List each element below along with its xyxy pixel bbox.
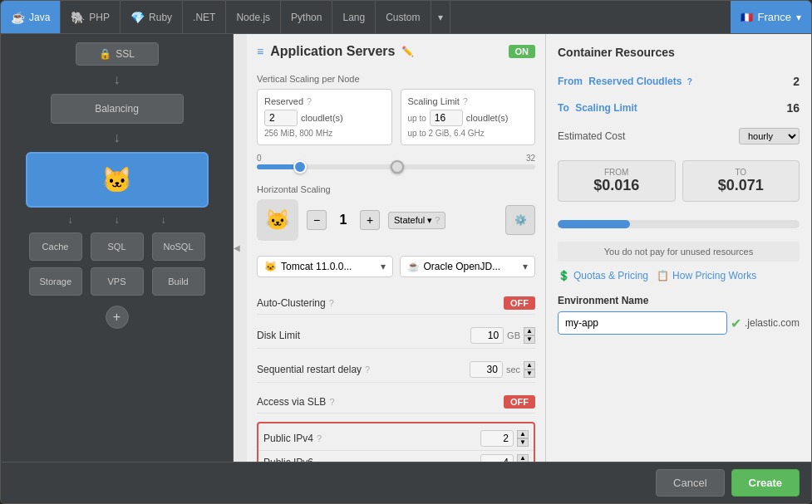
disk-down[interactable]: ▼ <box>524 335 535 344</box>
public-ipv4-label: Public IPv4 ? <box>263 433 322 444</box>
add-button[interactable]: + <box>106 306 129 329</box>
main-window: ☕ Java 🐘 PHP 💎 Ruby .NET Node.js Python … <box>0 0 812 504</box>
disk-input[interactable] <box>470 327 504 344</box>
seq-restart-spinner[interactable]: ▲ ▼ <box>524 361 535 378</box>
cost-period-select[interactable]: hourlymonthly <box>739 128 800 144</box>
slider-handle-limit[interactable] <box>391 160 404 174</box>
container-resources-title: Container Resources <box>558 46 800 59</box>
balancing-button[interactable]: Balancing <box>51 94 184 124</box>
tomcat-dropdown[interactable]: 🐱 Tomcat 11.0.0... ▾ <box>257 256 393 277</box>
tab-ruby[interactable]: 💎 Ruby <box>121 1 183 33</box>
from-price-label: FROM <box>565 168 668 177</box>
h-scale-minus[interactable]: − <box>307 210 327 230</box>
public-ipv4-input[interactable] <box>480 430 514 447</box>
domain-suffix: .jelastic.com <box>745 317 800 329</box>
scaling-limit-help-icon[interactable]: ? <box>463 96 468 106</box>
tab-php[interactable]: 🐘 PHP <box>61 1 121 33</box>
public-ipv4-help[interactable]: ? <box>317 433 322 443</box>
stateful-select[interactable]: Stateful ▾ ? <box>388 212 445 229</box>
edit-icon[interactable]: ✏️ <box>401 46 414 57</box>
seq-restart-unit: sec <box>506 365 520 374</box>
slider-max: 32 <box>526 154 535 163</box>
how-pricing-link[interactable]: 📋 How Pricing Works <box>657 270 756 281</box>
ipv4-spinner[interactable]: ▲ ▼ <box>517 430 529 447</box>
scaling-slider[interactable]: 0 32 <box>257 154 535 169</box>
right-panel: Container Resources From Reserved Cloudl… <box>545 34 811 462</box>
reserved-help-icon[interactable]: ? <box>307 96 312 106</box>
access-slb-label: Access via SLB ? <box>257 396 335 408</box>
stateful-help-icon[interactable]: ? <box>435 215 440 225</box>
env-name-input[interactable] <box>558 311 727 335</box>
tomcat-icon: 🐱 <box>264 261 277 272</box>
seq-restart-input[interactable] <box>470 361 503 378</box>
how-pricing-label: How Pricing Works <box>672 270 756 281</box>
stateful-label: Stateful <box>394 215 425 225</box>
from-reserved-label: From Reserved Cloudlets ? <box>558 76 692 87</box>
scaling-limit-input[interactable] <box>430 110 463 126</box>
tab-php-label: PHP <box>89 12 110 23</box>
reserved-input[interactable] <box>264 110 298 126</box>
tab-net-label: .NET <box>193 12 215 23</box>
h-scale-icon: 🐱 <box>257 199 298 241</box>
reserved-sub: 256 MiB, 800 MHz <box>264 129 385 138</box>
public-ipv4-value: ▲ ▼ <box>480 430 529 447</box>
unused-resources-msg: You do not pay for unused resources <box>558 242 800 262</box>
vps-node[interactable]: VPS <box>91 267 144 296</box>
auto-clustering-value: OFF <box>504 296 535 310</box>
h-scale-plus[interactable]: + <box>360 210 380 230</box>
slider-fill <box>257 164 298 169</box>
down-arrow-3: ↓ <box>68 214 73 226</box>
tab-java[interactable]: ☕ Java <box>1 1 61 33</box>
seq-up[interactable]: ▲ <box>524 361 535 369</box>
region-selector[interactable]: 🇫🇷 France ▾ <box>731 1 811 33</box>
collapse-arrow[interactable]: ◀ <box>234 34 247 462</box>
openjdk-arrow-icon: ▾ <box>523 261 528 272</box>
section-title: Application Servers <box>270 44 395 59</box>
tab-custom-label: Custom <box>386 12 420 23</box>
auto-clustering-help[interactable]: ? <box>329 298 334 308</box>
build-node[interactable]: Build <box>152 267 205 296</box>
settings-icon-btn[interactable]: ⚙️ <box>505 205 535 235</box>
openjdk-dropdown[interactable]: ☕ Oracle OpenJD... ▾ <box>400 256 536 277</box>
bottom-nodes: Cache SQL NoSQL <box>9 232 224 261</box>
h-scaling-label: Horizontal Scaling <box>257 184 535 194</box>
access-slb-help[interactable]: ? <box>329 397 334 407</box>
tab-dropdown[interactable]: ▾ <box>431 1 450 33</box>
book-icon: 📋 <box>657 270 669 281</box>
to-scaling-label: To Scaling Limit <box>558 102 637 114</box>
ipv6-up[interactable]: ▲ <box>517 454 529 462</box>
disk-up[interactable]: ▲ <box>524 327 535 335</box>
from-reserved-row: From Reserved Cloudlets ? 2 <box>558 75 800 88</box>
seq-restart-value: sec ▲ ▼ <box>470 361 535 378</box>
seq-restart-help[interactable]: ? <box>365 365 370 374</box>
public-ipv6-input[interactable] <box>480 454 514 462</box>
slider-handle-reserved[interactable] <box>293 160 307 174</box>
ipv4-down[interactable]: ▼ <box>517 438 529 447</box>
create-button[interactable]: Create <box>731 469 800 497</box>
quotas-pricing-link[interactable]: 💲 Quotas & Pricing <box>558 270 648 281</box>
tab-custom[interactable]: Custom <box>376 1 431 33</box>
left-panel: 🔒 SSL ↓ Balancing ↓ 🐱 ↓ ↓ ↓ <box>1 34 234 462</box>
tab-net[interactable]: .NET <box>183 1 226 33</box>
nosql-node[interactable]: NoSQL <box>152 232 205 261</box>
storage-node[interactable]: Storage <box>29 267 82 296</box>
from-help-icon[interactable]: ? <box>687 77 692 86</box>
tab-java-label: Java <box>29 12 50 23</box>
sql-node[interactable]: SQL <box>91 232 144 261</box>
tab-nodejs[interactable]: Node.js <box>226 1 281 33</box>
estimated-cost-row: Estimated Cost hourlymonthly <box>558 128 800 144</box>
reserved-label: Reserved <box>264 96 303 106</box>
cache-node[interactable]: Cache <box>29 232 82 261</box>
section-menu-icon: ≡ <box>257 45 263 58</box>
server-node-icon: 🐱 <box>101 165 132 194</box>
disk-spinner[interactable]: ▲ ▼ <box>524 327 535 344</box>
seq-down[interactable]: ▼ <box>524 369 535 378</box>
tab-python[interactable]: Python <box>281 1 332 33</box>
server-node[interactable]: 🐱 <box>26 152 209 208</box>
cancel-button[interactable]: Cancel <box>656 469 724 497</box>
reserved-value-row: cloudlet(s) <box>264 110 385 126</box>
ipv6-spinner[interactable]: ▲ ▼ <box>517 454 529 462</box>
ipv4-up[interactable]: ▲ <box>517 430 529 438</box>
tab-lang[interactable]: Lang <box>332 1 376 33</box>
ssl-button[interactable]: 🔒 SSL <box>76 42 159 66</box>
